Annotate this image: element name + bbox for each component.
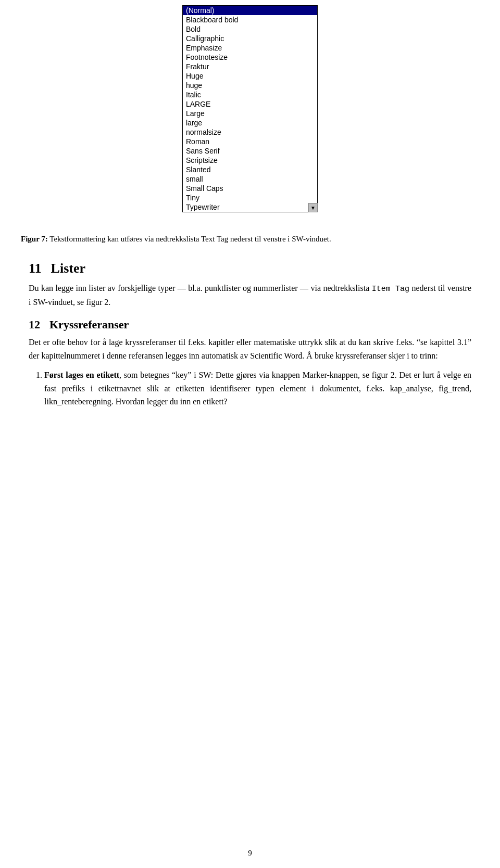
figure-text: Tekstformattering kan utføres via nedtre… — [49, 235, 331, 243]
section-12-header: 12 Kryssreferanser — [29, 318, 471, 331]
examples-mono: kap_analyse, fig_trend, likn_renteberegn… — [44, 384, 471, 406]
dropdown-item[interactable]: Sans Serif — [183, 146, 317, 156]
dropdown-item[interactable]: Italic — [183, 90, 317, 99]
dropdown-item[interactable]: Large — [183, 109, 317, 118]
page-number: 9 — [248, 849, 252, 858]
dropdown-item[interactable]: Typewriter — [183, 202, 317, 212]
dropdown-item[interactable]: Small Caps — [183, 184, 317, 193]
main-content: 11 Lister Du kan legge inn lister av for… — [0, 261, 500, 409]
dropdown-item[interactable]: Footnotesize — [183, 53, 317, 62]
list-item: Først lages en etikett, som betegnes “ke… — [44, 368, 471, 409]
dropdown-item[interactable]: large — [183, 118, 317, 127]
dropdown-item[interactable]: small — [183, 174, 317, 184]
figure-caption: Figur 7: Tekstformattering kan utføres v… — [0, 228, 500, 256]
dropdown-item[interactable]: LARGE — [183, 99, 317, 109]
section-11-paragraph: Du kan legge inn lister av forskjellige … — [29, 282, 471, 309]
dropdown-item[interactable]: Emphasize — [183, 43, 317, 53]
dropdown-item[interactable]: Blackboard bold — [183, 15, 317, 24]
section-11-number: 11 — [29, 261, 42, 276]
section-11-title: Lister — [51, 261, 85, 276]
dropdown-item[interactable]: Roman — [183, 137, 317, 146]
step1-bold: Først lages en etikett — [44, 371, 119, 379]
dropdown-item[interactable]: Bold — [183, 24, 317, 34]
dropdown-item[interactable]: Calligraphic — [183, 34, 317, 43]
page-container: (Normal)Blackboard boldBoldCalligraphicE… — [0, 0, 500, 868]
dropdown-item[interactable]: normalsize — [183, 127, 317, 137]
figure-label: Figur 7: — [21, 235, 48, 243]
dropdown-item[interactable]: Huge — [183, 71, 317, 81]
dropdown-list[interactable]: (Normal)Blackboard boldBoldCalligraphicE… — [182, 5, 318, 212]
section-12-paragraph1: Det er ofte behov for å lage kryssrefera… — [29, 336, 471, 362]
dropdown-item[interactable]: huge — [183, 81, 317, 90]
dropdown-scroll-button[interactable]: ▼ — [308, 203, 318, 212]
dropdown-item[interactable]: Tiny — [183, 193, 317, 202]
dropdown-area: (Normal)Blackboard boldBoldCalligraphicE… — [0, 0, 500, 228]
item-tag-mono: Item Tag — [372, 285, 409, 293]
steps-list: Først lages en etikett, som betegnes “ke… — [44, 368, 471, 409]
dropdown-item[interactable]: Slanted — [183, 165, 317, 174]
dropdown-item[interactable]: (Normal) — [183, 6, 317, 15]
marker-knappen-mono: Marker — [303, 371, 327, 379]
section-12-number: 12 — [29, 318, 40, 331]
dropdown-item[interactable]: Scriptsize — [183, 156, 317, 165]
dropdown-item[interactable]: Fraktur — [183, 62, 317, 71]
dropdown-list-wrapper: (Normal)Blackboard boldBoldCalligraphicE… — [182, 5, 318, 212]
section-11-header: 11 Lister — [29, 261, 471, 276]
section-12-title: Kryssreferanser — [49, 318, 129, 331]
